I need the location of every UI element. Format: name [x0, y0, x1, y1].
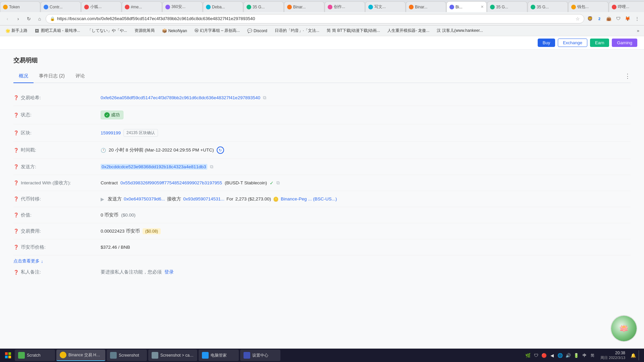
taskbar-app-binance[interactable]: Binance 交易 Has... — [56, 350, 105, 361]
from-value: 0x2bcddcdce523e98368dd192b18c4323a4e811d… — [101, 164, 631, 170]
tab-13[interactable]: 35 G... — [487, 1, 527, 12]
volume-icon[interactable]: 🔊 — [565, 352, 572, 359]
timestamp-toggle-icon[interactable]: ↻ — [217, 146, 224, 154]
tray-icon-1[interactable]: 🌿 — [525, 352, 531, 359]
show-more-link[interactable]: 点击查看更多 ↓ — [13, 258, 631, 264]
taskbar-app-pc-manager[interactable]: 电脑管家 — [199, 350, 239, 361]
tx-hash-link[interactable]: 0xfe626ea058df59cd5147ec4f3d789bb2c961d6… — [101, 95, 260, 100]
menu-button[interactable]: ⋮ — [633, 14, 641, 23]
language-icon[interactable]: 中 — [581, 352, 588, 359]
tab-15[interactable]: 钱包... — [568, 1, 608, 12]
gaming-button[interactable]: Gaming — [612, 39, 637, 47]
bookmark-resources[interactable]: 资源统筹局 — [132, 27, 157, 34]
bookmark-discord[interactable]: 💬 Discord — [245, 28, 270, 34]
clock-time: 20:38 — [600, 351, 625, 355]
bookmark-shite[interactable]: 「してない」や「や... — [85, 27, 130, 34]
tab-11-title: Binar... — [415, 5, 443, 9]
bookmark-japanese[interactable]: 日语的「约音」·「文法... — [272, 27, 322, 34]
taskbar-app-screenshot[interactable]: Screenshot — [107, 350, 147, 361]
network-icon[interactable]: 🌐 — [557, 352, 564, 359]
token-amount: 2,273 ($2,273.00) — [235, 196, 271, 201]
interacted-help-icon: ❓ — [13, 180, 19, 185]
bookmark-discord-icon: 💬 — [247, 28, 252, 33]
token-transfer-value: ▶ 发送方 0x0e649750379d6... 接收方 0x93d959071… — [101, 196, 631, 202]
tab-10-title: 写文... — [374, 4, 402, 10]
bookmark-tuba[interactable]: 🖼 图吧工具箱 - 最纯净... — [32, 27, 83, 34]
tab-3[interactable]: 小狐... — [81, 1, 121, 12]
reload-button[interactable]: ↻ — [24, 14, 34, 23]
profile-icon[interactable]: 🦊 — [623, 14, 632, 23]
tab-overview[interactable]: 概况 — [13, 70, 34, 83]
forward-button[interactable]: › — [13, 14, 23, 23]
tx-hash-value: 0xfe626ea058df59cd5147ec4f3d789bb2c961d6… — [101, 95, 631, 101]
notification-icon[interactable]: 🔔 — [630, 352, 637, 359]
exchange-button[interactable]: Exchange — [558, 39, 587, 47]
vpn-icon[interactable]: 🛡 — [614, 14, 623, 23]
tx-fee-label: ❓ 交易费用: — [13, 228, 101, 234]
contract-copy-icon[interactable]: ⧉ — [276, 180, 280, 186]
bookmark-wordpress[interactable]: Ⓦ 幻月字幕组 – 原创高... — [192, 27, 243, 34]
tab-4[interactable]: #me... — [122, 1, 162, 12]
tab-more-icon[interactable]: ⋮ — [625, 72, 631, 80]
home-button[interactable]: ⌂ — [35, 14, 44, 23]
bookmark-star-icon[interactable]: ☆ — [576, 16, 580, 21]
bookmarks-overflow-button[interactable]: » — [635, 27, 641, 34]
token-from-address[interactable]: 0x0e649750379d6... — [124, 196, 165, 201]
bookmark-simulator[interactable]: 人生重开模拟器- 龙傲... — [385, 27, 432, 34]
bookmark-nekonyan[interactable]: 📦 NekoNyan — [159, 28, 190, 34]
show-desktop-button[interactable] — [639, 350, 641, 360]
tab-10[interactable]: 写文... — [365, 1, 406, 12]
system-clock[interactable]: 20:38 周日 2022/3/13 — [598, 351, 628, 360]
battery-icon[interactable]: 🔋 — [573, 352, 580, 359]
tab-8[interactable]: Binar... — [284, 1, 324, 12]
brave-icon[interactable]: 🦁 — [586, 14, 594, 23]
block-number-link[interactable]: 15999199 — [101, 130, 121, 135]
tx-hash-help-icon: ❓ — [13, 95, 19, 100]
tab-9[interactable]: 创作... — [325, 1, 365, 12]
taskbar-app-scratch[interactable]: Scratch — [15, 350, 55, 361]
tab-1[interactable]: Token — [0, 1, 40, 12]
bookmark-xinshou[interactable]: 🌟 新手上路 — [3, 27, 30, 34]
tab-11[interactable]: Binar... — [406, 1, 446, 12]
tab-12-close[interactable]: ✕ — [481, 5, 484, 9]
tray-icon-4[interactable]: ◀ — [549, 352, 555, 359]
floating-widget[interactable]: 🪷 — [610, 315, 637, 342]
ime-icon[interactable]: 简 — [589, 352, 596, 359]
tab-14[interactable]: 35 G... — [528, 1, 568, 12]
tx-fee-row: ❓ 交易费用: 0.00022423 币安币 ($0.08) — [13, 223, 631, 239]
login-link[interactable]: 登录 — [164, 269, 174, 275]
tab-2[interactable]: Contr... — [41, 1, 81, 12]
lock-icon: 🔒 — [50, 16, 55, 21]
tab-16-title: 哔哩... — [618, 4, 644, 10]
tray-icons: 🌿 🛡 🔴 ◀ 🌐 🔊 🔋 中 简 — [525, 352, 596, 359]
bookmark-hanker[interactable]: 汉 汉客儿(www.hankeer... — [434, 27, 485, 34]
scratch-icon — [18, 352, 25, 359]
tab-16[interactable]: 哔哩... — [609, 1, 644, 12]
bookmark-hanker-icon: 汉 — [437, 28, 441, 34]
tab-comments[interactable]: 评论 — [70, 70, 90, 83]
tab-12-active[interactable]: Bi... ✕ — [446, 1, 487, 12]
tab-7[interactable]: 35 G... — [244, 1, 284, 12]
bookmark-shite-label: 「してない」や「や... — [88, 28, 127, 34]
contract-address-link[interactable]: 0x55d398326f99059ff775485246999027b31979… — [120, 180, 222, 185]
taskbar-app-screenshot-cap[interactable]: Screenshot > cap... — [148, 350, 197, 361]
earn-button[interactable]: Earn — [590, 39, 609, 47]
tab-5[interactable]: 360安... — [162, 1, 203, 12]
tab-event-log[interactable]: 事件日志 (2) — [34, 70, 70, 83]
tx-hash-copy-icon[interactable]: ⧉ — [263, 95, 266, 101]
address-bar[interactable]: 🔒 https://bscscan.com/tx/0xfe626ea058df5… — [46, 14, 584, 23]
tray-icon-2[interactable]: 🛡 — [533, 352, 539, 359]
back-button[interactable]: ‹ — [3, 14, 12, 23]
token-name-link[interactable]: Binance-Peg ... (BSC-US...) — [281, 196, 337, 201]
token-to-address[interactable]: 0x93d9590714531... — [183, 196, 224, 201]
wallet-icon[interactable]: 👜 — [604, 14, 613, 23]
bookmark-bt[interactable]: 简 简 BT下载|动漫下载|动画... — [324, 27, 383, 34]
start-button[interactable] — [3, 350, 13, 361]
tray-icon-3[interactable]: 🔴 — [541, 352, 547, 359]
from-copy-icon[interactable]: ⧉ — [210, 164, 213, 170]
taskbar-app-settings[interactable]: 设置中心 — [240, 350, 280, 361]
from-address-link[interactable]: 0x2bcddcdce523e98368dd192b18c4323a4e811d… — [101, 164, 207, 170]
tab-6[interactable]: Deba... — [203, 1, 243, 12]
extensions-button[interactable]: 2 — [595, 14, 604, 23]
buy-button[interactable]: Buy — [538, 39, 555, 47]
